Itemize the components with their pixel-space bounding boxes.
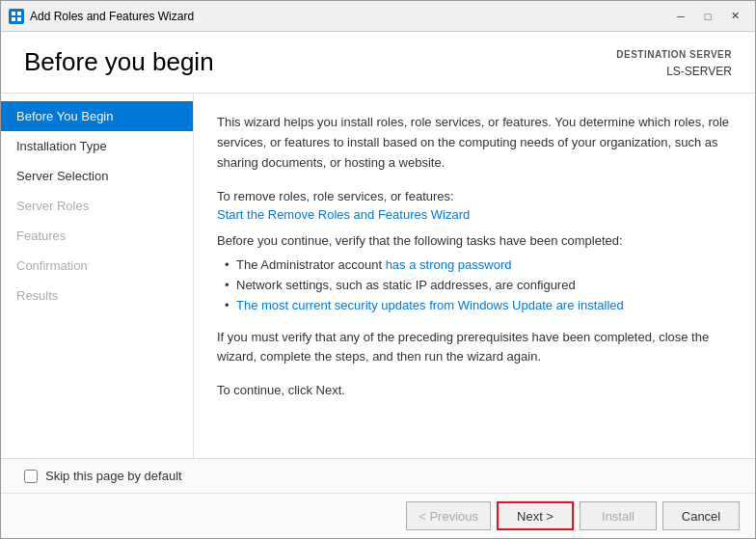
wizard-header: Before you begin DESTINATION SERVER LS-S… <box>1 32 755 94</box>
verify-label: Before you continue, verify that the fol… <box>217 233 732 248</box>
bullet-item-2: Network settings, such as static IP addr… <box>225 278 732 292</box>
title-bar: Add Roles and Features Wizard ─ □ ✕ <box>1 1 755 32</box>
minimize-button[interactable]: ─ <box>668 7 693 26</box>
close-button[interactable]: ✕ <box>722 7 747 26</box>
bullet-item-1: The Administrator account has a strong p… <box>225 257 732 272</box>
footer: Skip this page by default < Previous Nex… <box>1 458 755 538</box>
title-bar-controls: ─ □ ✕ <box>668 7 747 26</box>
svg-rect-0 <box>12 12 15 15</box>
sidebar-item-server-roles: Server Roles <box>1 191 193 221</box>
destination-server-info: DESTINATION SERVER LS-SERVER <box>616 47 732 81</box>
sidebar-item-results: Results <box>1 281 193 310</box>
cancel-button[interactable]: Cancel <box>662 501 740 530</box>
remove-section: To remove roles, role services, or featu… <box>217 189 732 222</box>
continue-text: To continue, click Next. <box>217 383 732 397</box>
title-bar-left: Add Roles and Features Wizard <box>9 9 194 24</box>
window-title: Add Roles and Features Wizard <box>30 10 194 23</box>
bullet-text-1: The Administrator account has a strong p… <box>236 257 511 272</box>
previous-button[interactable]: < Previous <box>406 501 491 530</box>
app-icon <box>9 9 24 24</box>
prerequisites-list: The Administrator account has a strong p… <box>217 257 732 312</box>
sidebar-item-before-you-begin[interactable]: Before You Begin <box>1 101 193 131</box>
sidebar-item-server-selection[interactable]: Server Selection <box>1 161 193 191</box>
server-name: LS-SERVER <box>616 63 732 81</box>
checkbox-row: Skip this page by default <box>1 459 755 493</box>
admin-link[interactable]: has a strong password <box>386 257 512 272</box>
content-area: Before You Begin Installation Type Serve… <box>1 94 755 458</box>
maximize-button[interactable]: □ <box>695 7 720 26</box>
remove-link[interactable]: Start the Remove Roles and Features Wiza… <box>217 207 470 222</box>
install-button[interactable]: Install <box>580 501 657 530</box>
main-content: This wizard helps you install roles, rol… <box>194 94 755 458</box>
security-link[interactable]: The most current security updates from W… <box>236 298 624 312</box>
svg-rect-3 <box>17 17 21 21</box>
sidebar-item-features: Features <box>1 221 193 251</box>
button-row: < Previous Next > Install Cancel <box>1 493 755 538</box>
page-title: Before you begin <box>24 47 214 77</box>
verify-section: Before you continue, verify that the fol… <box>217 233 732 312</box>
bullet-text-2: Network settings, such as static IP addr… <box>236 278 576 292</box>
destination-label: DESTINATION SERVER <box>616 47 732 63</box>
wizard-window: Add Roles and Features Wizard ─ □ ✕ Befo… <box>0 0 756 539</box>
sidebar-item-confirmation: Confirmation <box>1 251 193 281</box>
remove-label: To remove roles, role services, or featu… <box>217 189 732 203</box>
sidebar-item-installation-type[interactable]: Installation Type <box>1 131 193 161</box>
sidebar: Before You Begin Installation Type Serve… <box>1 94 194 458</box>
skip-label[interactable]: Skip this page by default <box>45 469 182 483</box>
next-button[interactable]: Next > <box>497 501 574 530</box>
bullet-text-3: The most current security updates from W… <box>236 298 624 312</box>
svg-rect-2 <box>12 17 15 21</box>
close-instructions: If you must verify that any of the prece… <box>217 328 732 368</box>
bullet-item-3: The most current security updates from W… <box>225 298 732 312</box>
intro-paragraph: This wizard helps you install roles, rol… <box>217 113 732 173</box>
skip-checkbox[interactable] <box>24 470 38 483</box>
svg-rect-1 <box>17 12 21 15</box>
